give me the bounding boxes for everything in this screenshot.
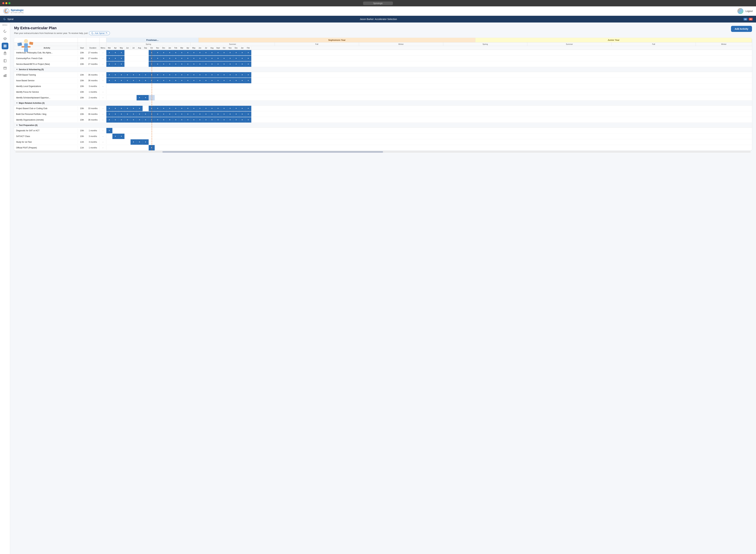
sidebar-item-chart[interactable]	[2, 72, 8, 79]
month-cell-13	[185, 117, 191, 122]
ask-spiral-button[interactable]: Ask Spiral	[89, 31, 110, 35]
month-cell-18	[215, 78, 221, 83]
month-dot	[242, 58, 243, 59]
month-cell-13	[185, 95, 191, 100]
sidebar-item-graduation[interactable]	[2, 35, 8, 42]
month-dot	[145, 97, 146, 98]
group-label: Service & Volunteering (5)	[19, 68, 44, 71]
maximize-icon[interactable]	[8, 2, 10, 4]
activity-name: Identify Scholarship/award Opportun...	[14, 96, 78, 100]
sidebar-item-clipboard[interactable]	[2, 50, 8, 57]
month-cell-19	[221, 84, 227, 89]
sidebar-item-plan[interactable]	[2, 43, 8, 49]
menu-col-header: Menu	[100, 46, 106, 50]
month-cell-0	[106, 89, 112, 95]
s-start-spacer	[78, 43, 86, 46]
month-cell-23	[245, 111, 251, 117]
group-row[interactable]: ▼ Service & Volunteering (5)	[14, 67, 752, 72]
month-cell-6	[143, 84, 149, 89]
logout-button[interactable]: Logout	[745, 10, 753, 12]
month-cell-0	[106, 95, 112, 100]
month-dot	[230, 114, 231, 114]
activity-menu-button[interactable]: ···	[100, 50, 106, 55]
activity-menu-button[interactable]: ···	[100, 78, 106, 83]
scrollbar-area[interactable]	[14, 151, 752, 153]
table-row: Study for 1st Test 11th 3 months ···	[14, 139, 752, 145]
month-cell-20	[227, 117, 233, 122]
activity-menu-button[interactable]: ···	[100, 106, 106, 111]
activity-months	[106, 106, 752, 111]
month-cell-20	[227, 72, 233, 77]
minimize-icon[interactable]	[5, 2, 7, 4]
month-cell-7	[149, 117, 155, 122]
activity-months	[106, 78, 752, 83]
month-dot	[242, 64, 243, 64]
activity-start: 10th	[78, 118, 86, 122]
month-cell-7	[149, 78, 155, 83]
month-cell-13	[185, 106, 191, 111]
month-dot	[175, 64, 176, 64]
page-subtitle: Plan your extracurriculars from freshman…	[14, 31, 110, 35]
sidebar-item-archive[interactable]	[2, 65, 8, 71]
month-cell-3	[124, 106, 131, 111]
month-cell-16	[203, 89, 209, 95]
month-col-21: Dec	[233, 46, 239, 50]
address-bar[interactable]: Spiralogic	[363, 2, 393, 5]
activity-menu-button[interactable]: ···	[100, 146, 106, 150]
avatar[interactable]	[737, 8, 743, 14]
month-cell-2	[118, 56, 124, 61]
activity-duration: 36 months	[86, 78, 100, 83]
activity-duration: 1 months	[86, 90, 100, 94]
month-cell-2	[118, 50, 124, 55]
activity-menu-button[interactable]: ···	[100, 128, 106, 133]
month-dot	[169, 64, 170, 64]
activity-menu-button[interactable]: ···	[100, 112, 106, 116]
month-cell-13	[185, 128, 191, 133]
month-cell-6	[143, 111, 149, 117]
activity-menu-button[interactable]: ···	[100, 134, 106, 138]
month-dot	[230, 74, 231, 75]
month-header-row: Activity Start Duration Menu MarAprMayJu…	[14, 46, 752, 50]
month-cell-19	[221, 133, 227, 139]
activity-start: 10th	[78, 62, 86, 66]
month-dot	[248, 114, 249, 114]
sidebar-item-book[interactable]	[2, 57, 8, 64]
activity-name: Identify Organizations (remote)	[14, 118, 78, 122]
activity-menu-button[interactable]: ···	[100, 72, 106, 77]
activity-menu-button[interactable]: ···	[100, 90, 106, 94]
month-dot	[248, 119, 249, 120]
activity-menu-button[interactable]: ···	[100, 84, 106, 89]
month-cell-7	[149, 84, 155, 89]
activity-menu-button[interactable]: ···	[100, 117, 106, 122]
spiral-label: Spiral	[7, 18, 13, 20]
s-act-spacer	[14, 43, 78, 46]
month-cell-3	[124, 128, 131, 133]
scrollbar-track[interactable]	[15, 151, 751, 153]
activity-menu-button[interactable]: ···	[100, 95, 106, 100]
month-dot	[151, 97, 152, 98]
month-cell-20	[227, 89, 233, 95]
month-col-16: Jul	[203, 46, 209, 50]
sidebar-item-spiral[interactable]	[2, 28, 8, 35]
month-cell-12	[179, 111, 185, 117]
month-cell-15	[197, 145, 203, 151]
activity-menu-button[interactable]: ···	[100, 140, 106, 144]
group-row[interactable]: ▼ Test Preparation (6)	[14, 123, 752, 128]
close-icon[interactable]	[2, 2, 4, 4]
activity-menu-button[interactable]: ···	[100, 56, 106, 61]
scrollbar-thumb[interactable]	[163, 151, 383, 153]
logo: Spiralogic by CASM Learning	[3, 8, 24, 14]
activity-name: STEM Based Tutoring	[14, 73, 78, 77]
month-cell-14	[191, 84, 197, 89]
group-row[interactable]: ▼ Major-Related Activities (3)	[14, 101, 752, 106]
month-cell-16	[203, 56, 209, 61]
add-activity-button[interactable]: Add Activity	[731, 26, 752, 32]
month-cell-19	[221, 78, 227, 83]
month-cell-0	[106, 140, 112, 145]
activity-menu-button[interactable]: ···	[100, 62, 106, 66]
month-cell-11	[173, 140, 179, 145]
month-cell-19	[221, 106, 227, 111]
month-cell-10	[167, 61, 173, 67]
season-winter-soph: Winter	[359, 43, 443, 46]
month-cell-22	[239, 61, 245, 67]
